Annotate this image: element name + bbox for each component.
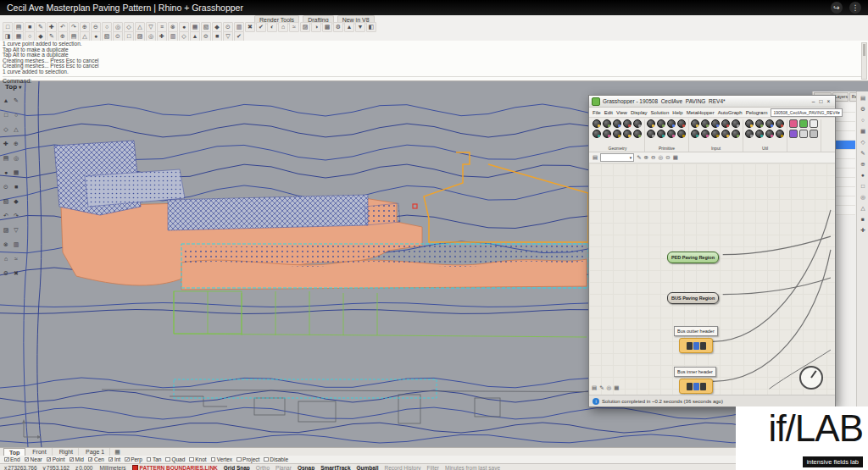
- more-button[interactable]: ⋮: [849, 2, 861, 14]
- window-control-button[interactable]: ×: [825, 98, 832, 104]
- osnap-toggle[interactable]: Project: [236, 456, 259, 462]
- gh-component-icon[interactable]: [691, 130, 699, 138]
- rhino-sidebar-tool-icon[interactable]: ▽: [12, 226, 20, 235]
- rhino-sidebar-tool-icon[interactable]: ⊕: [12, 140, 20, 148]
- osnap-toggle[interactable]: Near: [25, 456, 42, 462]
- gh-panel-component[interactable]: Bus outter header: [674, 326, 718, 336]
- rhino-toolbar-icon[interactable]: ⚙: [333, 22, 343, 32]
- panel-tab-icon[interactable]: ◎: [860, 194, 865, 201]
- statusbar-toggle[interactable]: Record History: [385, 465, 421, 470]
- gh-plugin-icon[interactable]: [789, 130, 798, 138]
- rhino-sidebar-tool-icon[interactable]: ○: [12, 111, 20, 119]
- panel-tab-icon[interactable]: ◇: [861, 139, 865, 146]
- panel-tab-icon[interactable]: ⊕: [860, 161, 865, 168]
- osnap-checkbox[interactable]: [108, 457, 114, 462]
- gh-component-icon[interactable]: [647, 130, 655, 138]
- canvas-corner-icon[interactable]: ◎: [607, 383, 612, 393]
- gh-component-icon[interactable]: [711, 119, 720, 128]
- gh-component-icon[interactable]: [603, 130, 611, 138]
- gh-component-icon[interactable]: [745, 119, 754, 128]
- gh-component-icon[interactable]: [677, 130, 686, 138]
- gh-component-icon[interactable]: [755, 119, 764, 128]
- gh-menu-item[interactable]: View: [616, 110, 627, 115]
- gh-component-icon[interactable]: [765, 119, 774, 128]
- osnap-checkbox[interactable]: [47, 457, 52, 462]
- rhino-sidebar-tool-icon[interactable]: □: [2, 111, 10, 119]
- gh-plugin-icon[interactable]: [799, 130, 808, 138]
- rhino-sidebar-tool-icon[interactable]: ▨: [2, 226, 10, 235]
- gh-menu-item[interactable]: Help: [672, 110, 682, 115]
- canvas-corner-icon[interactable]: ▦: [614, 383, 619, 393]
- rhino-sidebar-tool-icon[interactable]: ◎: [12, 154, 20, 163]
- gh-component-icon[interactable]: [701, 130, 709, 138]
- gh-component-icon[interactable]: [633, 119, 642, 128]
- window-control-button[interactable]: –: [810, 98, 817, 104]
- rhino-toolbar-icon[interactable]: ▨: [300, 22, 310, 32]
- gh-component-icon[interactable]: [667, 119, 676, 128]
- gh-plugin-icon[interactable]: [789, 119, 798, 128]
- gh-plugin-icon[interactable]: [810, 119, 818, 128]
- gh-component-icon[interactable]: [701, 119, 709, 128]
- canvas-tool-icon[interactable]: ◎: [659, 152, 664, 163]
- osnap-checkbox[interactable]: [236, 457, 242, 462]
- window-control-button[interactable]: □: [817, 98, 825, 104]
- rhino-sidebar-tool-icon[interactable]: ▦: [12, 169, 20, 177]
- canvas-tool-icon[interactable]: ⊙: [665, 152, 670, 163]
- osnap-checkbox[interactable]: [125, 457, 130, 462]
- rhino-sidebar-tool-icon[interactable]: ⊗: [2, 241, 10, 249]
- gh-menu-item[interactable]: AutoGraph: [718, 110, 743, 115]
- osnap-toggle[interactable]: Int: [108, 456, 120, 462]
- osnap-toggle[interactable]: Tan: [147, 456, 161, 462]
- canvas-tool-icon[interactable]: ⊖: [651, 152, 655, 163]
- command-prompt[interactable]: Command:: [3, 76, 865, 84]
- osnap-toggle[interactable]: Perp: [125, 456, 142, 462]
- gh-title-bar[interactable]: Grasshopper - 190508_CecilAve_PAVING_REV…: [589, 96, 835, 108]
- rhino-sidebar-tool-icon[interactable]: ⊙: [2, 183, 10, 191]
- canvas-tool-icon[interactable]: ✎: [637, 152, 641, 163]
- osnap-checkbox[interactable]: [211, 457, 216, 462]
- panel-tab-icon[interactable]: ■: [861, 216, 865, 223]
- osnap-toggle[interactable]: Quad: [165, 456, 185, 462]
- panel-tab-icon[interactable]: ○: [861, 117, 865, 124]
- gh-component-icon[interactable]: [657, 119, 665, 128]
- rhino-sidebar-tool-icon[interactable]: ⌂: [2, 255, 10, 263]
- gh-plugin-icon[interactable]: [810, 130, 818, 138]
- canvas-corner-icon[interactable]: ▤: [592, 383, 597, 393]
- save-icon[interactable]: ▤: [593, 152, 598, 163]
- rhino-toolbar-icon[interactable]: ▲: [344, 22, 354, 32]
- gh-component-icon[interactable]: [647, 119, 655, 128]
- gh-menu-item[interactable]: MetaHopper: [687, 110, 715, 115]
- panel-tab-icon[interactable]: □: [861, 183, 865, 190]
- gh-component-icon[interactable]: [755, 130, 764, 138]
- gh-menu-item[interactable]: Edit: [604, 110, 613, 115]
- gh-component-icon[interactable]: [776, 119, 784, 128]
- gh-component-icon[interactable]: [721, 130, 730, 138]
- viewport-grid-icon[interactable]: ▦: [114, 449, 120, 456]
- gh-component-icon[interactable]: [765, 130, 774, 138]
- gh-component-icon[interactable]: [613, 119, 621, 128]
- gh-component-icon[interactable]: [732, 119, 740, 128]
- viewport-label[interactable]: Top ▾: [5, 83, 21, 91]
- rhino-toolbar-icon[interactable]: ▼: [355, 22, 365, 32]
- gh-component-icon[interactable]: [711, 130, 720, 138]
- osnap-checkbox[interactable]: [4, 457, 9, 462]
- osnap-toggle[interactable]: Point: [47, 456, 65, 462]
- rhino-toolbar-icon[interactable]: ✖: [245, 22, 255, 32]
- osnap-checkbox[interactable]: [264, 457, 269, 462]
- gh-cluster-component[interactable]: [679, 379, 713, 394]
- rhino-sidebar-tool-icon[interactable]: ◆: [12, 197, 20, 206]
- panel-tab-icon[interactable]: ✎: [860, 150, 865, 157]
- gh-component-icon[interactable]: [603, 119, 611, 128]
- gh-component-icon[interactable]: [776, 130, 784, 138]
- gh-compass-widget[interactable]: [799, 366, 823, 390]
- rhino-toolbar-icon[interactable]: ◑: [311, 22, 321, 32]
- rhino-sidebar-tool-icon[interactable]: ▥: [12, 241, 20, 249]
- statusbar-toggle[interactable]: Gumball: [357, 465, 379, 470]
- gh-plugin-icon[interactable]: [799, 119, 808, 128]
- gh-component-icon[interactable]: [732, 130, 740, 138]
- gh-component-icon[interactable]: [633, 130, 642, 138]
- osnap-toggle[interactable]: Disable: [264, 456, 288, 462]
- rhino-sidebar-tool-icon[interactable]: ↶: [2, 212, 10, 220]
- rhino-toolbar-icon[interactable]: ⌂: [278, 22, 288, 32]
- rhino-sidebar-tool-icon[interactable]: ✖: [12, 269, 20, 278]
